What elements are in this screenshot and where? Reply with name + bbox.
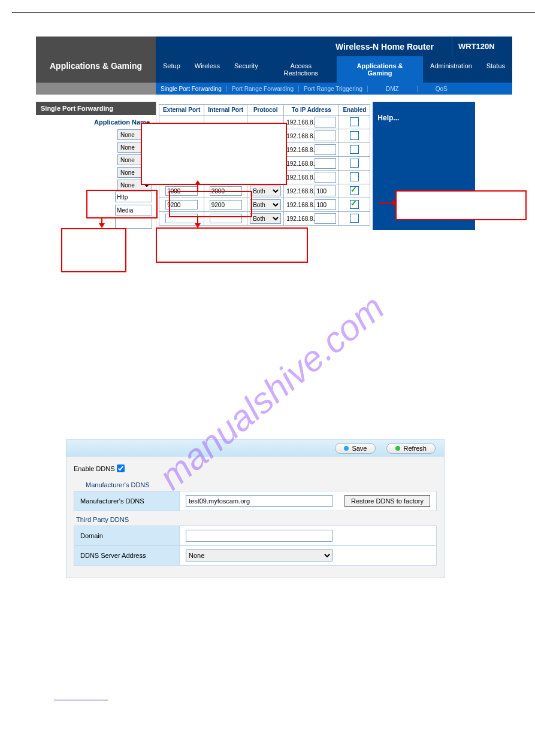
protocol-select[interactable]: Both (250, 186, 281, 196)
th-to-ip: To IP Address (284, 105, 339, 116)
subnav-qos[interactable]: QoS (418, 86, 466, 92)
enabled-checkbox[interactable] (350, 159, 359, 168)
nav-administration[interactable]: Administration (423, 56, 479, 83)
enable-ddns-label: Enable DDNS (74, 465, 114, 472)
subnav-left-spacer (36, 83, 156, 95)
enabled-checkbox[interactable] (350, 145, 359, 154)
nav-status[interactable]: Status (479, 56, 512, 83)
ip-input[interactable] (315, 199, 336, 210)
ip-input[interactable] (315, 130, 336, 141)
help-link[interactable]: Help... (377, 114, 399, 122)
restore-ddns-button[interactable]: Restore DDNS to factory (344, 495, 430, 507)
annotation-callout-1 (61, 228, 126, 272)
th-external-port: External Port (159, 105, 204, 116)
router-title: Wireless-N Home Router (156, 37, 452, 56)
th-enabled: Enabled (339, 105, 370, 116)
subnav-dmz[interactable]: DMZ (368, 86, 418, 92)
annotation-box-appname (86, 190, 158, 218)
subnav-single-port-fwd[interactable]: Single Port Forwarding (156, 86, 227, 92)
ip-input[interactable] (315, 172, 336, 183)
ip-input[interactable] (315, 158, 336, 169)
ip-input[interactable] (315, 117, 336, 127)
nav-wireless[interactable]: Wireless (188, 56, 227, 83)
subnav-port-range-trig[interactable]: Port Range Triggering (299, 86, 368, 92)
refresh-button[interactable]: Refresh (386, 443, 436, 454)
annotation-box-ports-cover (141, 123, 287, 185)
main-nav: Setup Wireless Security Access Restricti… (156, 56, 512, 83)
refresh-icon (395, 446, 400, 451)
enable-ddns-checkbox[interactable] (117, 464, 125, 472)
protocol-select[interactable]: Both (250, 213, 281, 224)
th-protocol: Protocol (247, 105, 284, 116)
manufacturer-ddns-input[interactable] (186, 495, 333, 507)
th-internal-port: Internal Port (204, 105, 247, 116)
domain-label: Domain (74, 526, 180, 546)
protocol-select[interactable]: Both (250, 199, 281, 210)
enabled-checkbox[interactable] (350, 117, 359, 126)
third-party-ddns-section: Third Party DDNS (74, 511, 437, 526)
sidebar-header: Single Port Forwarding (36, 102, 156, 115)
subnav-port-range-fwd[interactable]: Port Range Forwarding (227, 86, 299, 92)
manufacturer-ddns-section: Manufacturer's DDNS (74, 476, 437, 491)
enabled-checkbox[interactable] (350, 172, 359, 181)
annotation-callout-2 (156, 227, 308, 263)
enabled-checkbox[interactable] (350, 131, 359, 140)
router-model: WRT120N (452, 37, 512, 56)
ip-input[interactable] (315, 213, 336, 224)
nav-access-restrictions[interactable]: Access Restrictions (265, 56, 337, 83)
application-name-label: Application Name (36, 115, 156, 129)
enabled-checkbox[interactable] (350, 200, 359, 209)
enabled-checkbox[interactable] (350, 186, 359, 195)
ddns-server-select[interactable]: None (186, 549, 333, 561)
annotation-box-port-values (169, 191, 252, 217)
router-screenshot: Wireless-N Home Router WRT120N Applicati… (36, 37, 512, 230)
save-button[interactable]: Save (335, 443, 376, 454)
section-title: Applications & Gaming (36, 56, 156, 83)
ddns-server-label: DDNS Server Address (74, 546, 180, 566)
ddns-panel: Save Refresh Enable DDNS Manufacturer's … (66, 439, 445, 578)
router-logo-area (36, 37, 156, 56)
annotation-callout-3 (395, 190, 527, 220)
ip-input[interactable] (315, 186, 336, 196)
app-name-input-3[interactable] (115, 218, 152, 229)
enabled-checkbox[interactable] (350, 214, 359, 223)
ip-input[interactable] (315, 144, 336, 155)
domain-input[interactable] (186, 530, 333, 542)
nav-setup[interactable]: Setup (156, 56, 188, 83)
nav-security[interactable]: Security (227, 56, 265, 83)
nav-applications-gaming[interactable]: Applications & Gaming (337, 56, 423, 83)
footer-link[interactable] (54, 698, 108, 700)
manufacturer-ddns-label: Manufacturer's DDNS (74, 491, 180, 511)
save-icon (344, 446, 349, 451)
